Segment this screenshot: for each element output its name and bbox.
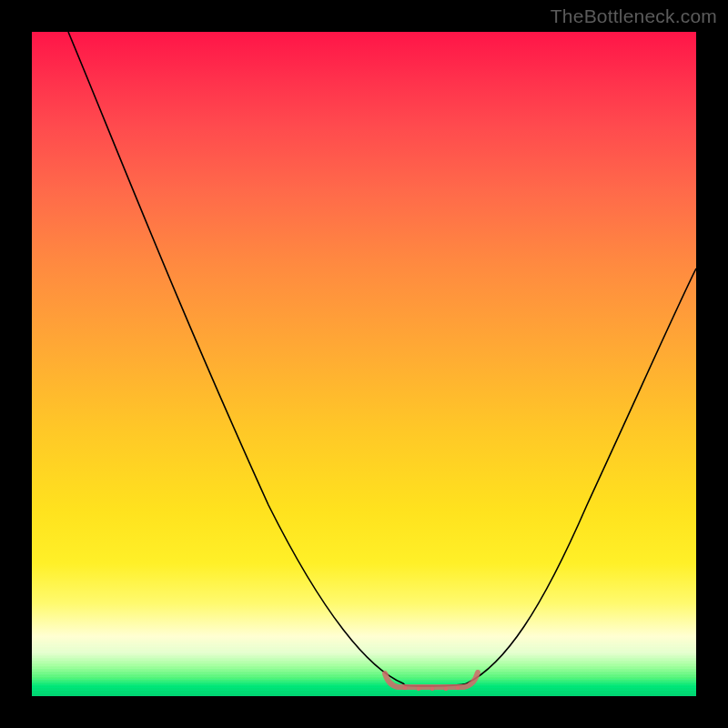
svg-point-2 <box>430 687 434 691</box>
chart-frame: TheBottleneck.com <box>0 0 728 728</box>
svg-point-0 <box>403 686 407 690</box>
bottom-stripes <box>32 642 696 696</box>
svg-point-3 <box>444 687 448 691</box>
bottleneck-curve <box>68 32 696 686</box>
svg-point-1 <box>417 687 420 691</box>
optimal-zone <box>385 672 478 687</box>
curve-layer <box>32 32 696 696</box>
plot-area <box>32 32 696 696</box>
svg-point-4 <box>456 686 460 690</box>
watermark-label: TheBottleneck.com <box>551 5 717 27</box>
optimal-zone-dots <box>403 686 460 691</box>
